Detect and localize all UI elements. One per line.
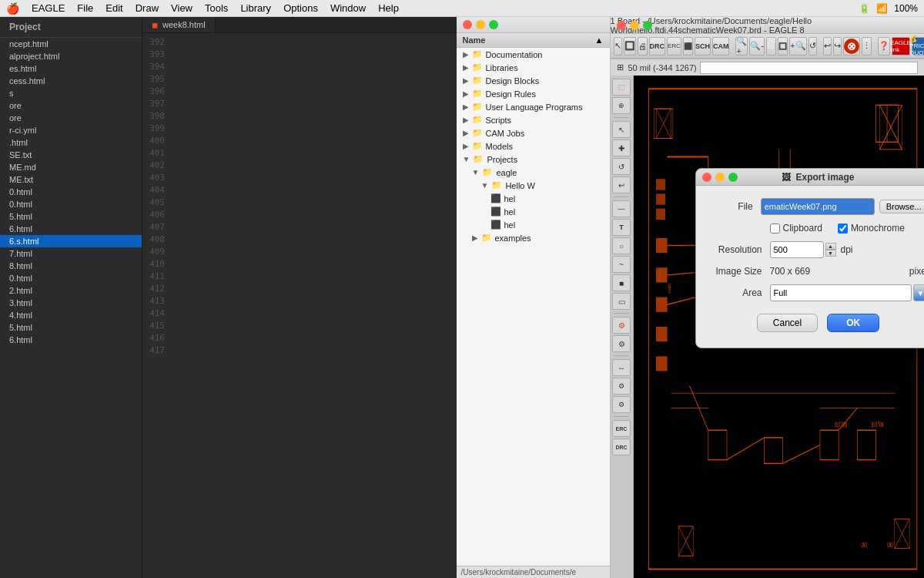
fm-item-scripts[interactable]: ▶ 📁 Scripts [457,113,610,126]
sidebar-item[interactable]: ore [0,99,142,112]
zoom-out-btn[interactable]: 🔍- [749,37,765,55]
eagle-close-btn[interactable] [617,21,626,30]
fm-item-documentation[interactable]: ▶ 📁 Documentation [457,48,610,61]
sidebar-item[interactable]: 6.html [0,223,142,235]
monochrome-checkbox[interactable] [838,223,848,234]
sidebar-item[interactable]: 8.html [0,260,142,272]
resolution-up-arrow[interactable]: ▲ [825,243,836,250]
area-dropdown-btn[interactable]: ▼ [913,284,925,301]
wire-btn[interactable]: — [612,200,631,217]
layer-btn[interactable]: ⬚ [612,79,631,96]
menu-item-edit[interactable]: Edit [105,2,122,14]
fm-item-eagle[interactable]: ▼ 📁 eagle [457,166,610,179]
circle-btn[interactable]: ○ [612,237,631,254]
zoom-in2-btn[interactable]: +🔍 [789,37,806,55]
sidebar-item[interactable]: es.html [0,62,142,75]
refresh-btn[interactable]: ↺ [808,37,817,55]
sidebar-item[interactable]: ME.txt [0,173,142,186]
apple-menu[interactable]: 🍎 [6,2,19,15]
cam-btn[interactable]: CAM [712,37,730,55]
file-input[interactable] [761,198,875,215]
sidebar-item[interactable]: 0.html [0,272,142,284]
dialog-maximize-btn[interactable] [728,173,738,182]
sidebar-item[interactable]: 0.html [0,186,142,198]
sidebar-item[interactable]: 0.html [0,198,142,210]
menu-item-help[interactable]: Help [378,2,399,14]
sch-btn[interactable]: SCH [695,37,711,55]
clipboard-checkbox-label[interactable]: Clipboard [770,223,822,234]
menu-item-draw[interactable]: Draw [136,2,159,14]
copper-btn[interactable]: ⚙ [612,396,631,413]
eagle-minimize-btn[interactable] [630,21,639,30]
ok-button[interactable]: OK [827,314,879,332]
rect-btn[interactable]: ■ [612,274,631,291]
menu-item-window[interactable]: Window [330,2,366,14]
sidebar-item[interactable]: .html [0,136,142,149]
print-btn[interactable]: 🖨 [638,37,648,55]
fm-item-design-rules[interactable]: ▶ 📁 Design Rules [457,87,610,100]
menu-item-options[interactable]: Options [283,2,318,14]
rotate-cw-btn[interactable]: ↩ [612,176,631,193]
sidebar-item[interactable]: 5.html [0,210,142,223]
status-input[interactable] [700,62,918,74]
menu-item-view[interactable]: View [171,2,192,14]
sidebar-item[interactable]: ncept.html [0,38,142,50]
fm-item-cam[interactable]: ▶ 📁 CAM Jobs [457,126,610,139]
fm-item-models[interactable]: ▶ 📁 Models [457,139,610,153]
arc-btn[interactable]: ~ [612,256,631,273]
polygon-btn[interactable]: ▭ [612,293,631,310]
code-content[interactable] [169,33,457,578]
sidebar-item[interactable]: SE.txt [0,149,142,161]
menu-item-library[interactable]: Library [240,2,271,14]
redo-btn[interactable]: ↪ [833,37,842,55]
sidebar-item[interactable]: r-ci.yml [0,124,142,136]
fm-item-hello-world[interactable]: ▼ 📁 Hello W [457,179,610,192]
sidebar-item[interactable]: cess.html [0,75,142,87]
fm-item-ulp[interactable]: ▶ 📁 User Language Programs [457,100,610,113]
fm-item-libraries[interactable]: ▶ 📁 Libraries [457,61,610,74]
sidebar-item[interactable]: 5.html [0,321,142,334]
menu-item-tools[interactable]: Tools [205,2,228,14]
drc-vbar-btn[interactable]: ⚙ [612,335,631,352]
drc-btn[interactable]: DRC [649,37,666,55]
sidebar-item-active[interactable]: 6.s.html [0,235,142,247]
resolution-input[interactable] [770,241,824,258]
sidebar-item[interactable]: 2.html [0,284,142,297]
fm-item-projects[interactable]: ▼ 📁 Projects [457,153,610,166]
sidebar-item[interactable]: alproject.html [0,50,142,62]
fm-close-btn[interactable] [463,20,472,29]
fm-maximize-btn[interactable] [489,20,498,29]
spin-btn[interactable]: ⚙ [612,378,631,395]
fm-minimize-btn[interactable] [476,20,485,29]
fm-item-design-blocks[interactable]: ▶ 📁 Design Blocks [457,74,610,87]
eagle-link-btn[interactable]: EAGLE link [892,37,910,55]
board-btn[interactable]: ⬛ [683,37,693,55]
erc-vbar-btn[interactable]: ERC [612,420,631,437]
area-select[interactable]: Full Window Selection [770,284,912,301]
drc2-vbar-btn[interactable]: DRC [612,439,631,455]
browse-button[interactable]: Browse... [879,200,924,213]
monochrome-checkbox-label[interactable]: Monochrome [838,223,905,234]
editor-tab[interactable]: ◼ week8.html [142,17,216,32]
arrow-tool-btn[interactable]: ↖ [614,37,622,55]
eagle-maximize-btn[interactable] [643,21,652,30]
select-btn[interactable]: ↖ [612,121,631,138]
sidebar-item[interactable]: ore [0,112,142,124]
grid-btn[interactable]: ⊕ [612,97,631,114]
ratsnest-btn[interactable]: ⚙ [612,317,631,334]
sidebar-item[interactable]: 7.html [0,247,142,260]
zoom-fit-btn[interactable]: ⬜ [766,37,776,55]
dialog-close-btn[interactable] [702,173,711,182]
move-btn[interactable]: 🔲 [624,37,636,55]
price-btn[interactable]: 💰PRICE QUOTE [912,37,924,55]
resolution-down-arrow[interactable]: ▼ [825,250,836,257]
zoom-box-btn[interactable]: 🔲 [778,37,788,55]
menu-item-file[interactable]: File [77,2,93,14]
fm-item-brd3[interactable]: ⬛ hel [457,218,610,231]
sidebar-item[interactable]: ME.md [0,161,142,173]
zoom-in-btn[interactable]: 🔍+ [735,37,748,55]
pad-btn[interactable]: T [612,219,631,236]
sidebar-item[interactable]: s [0,87,142,99]
fm-item-examples[interactable]: ▶ 📁 examples [457,231,610,244]
help-btn[interactable]: ❓ [878,37,890,55]
